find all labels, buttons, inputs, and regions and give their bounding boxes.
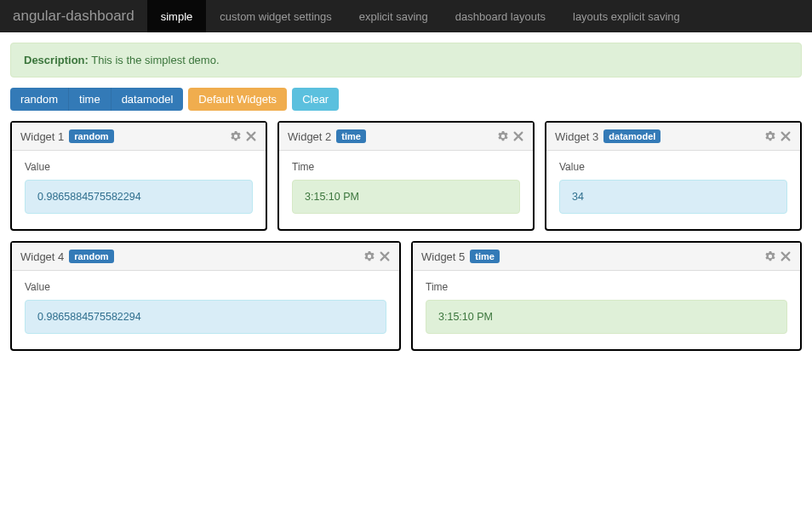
button-row: random time datamodel Default Widgets Cl… [10,88,802,111]
description-alert: Description: This is the simplest demo. [10,43,802,78]
value-box: 3:15:10 PM [426,300,787,334]
widget-title: Widget 3 [555,130,598,143]
field-label: Time [292,161,520,173]
widget-icons [764,250,792,262]
nav-item-custom-widget-settings[interactable]: custom widget settings [206,0,346,32]
widget-badge: time [336,129,366,143]
widget-title: Widget 1 [20,130,64,143]
widget-badge: datamodel [603,129,660,143]
widget-header: Widget 3 datamodel [546,123,800,151]
gear-icon[interactable] [764,250,776,262]
widget-header: Widget 1 random [12,123,266,151]
field-label: Value [25,281,386,293]
widget-icons [363,250,391,262]
widget-body: Value 0.9865884575582294 [12,271,399,349]
widget-header: Widget 2 time [279,123,533,151]
widget-icons [230,130,257,142]
nav-item-explicit-saving[interactable]: explicit saving [346,0,442,32]
random-button[interactable]: random [10,88,69,111]
value-box: 34 [559,180,787,214]
time-button[interactable]: time [69,88,112,111]
widget-title-group: Widget 2 time [288,129,366,143]
gear-icon[interactable] [230,130,242,142]
close-icon[interactable] [512,130,524,142]
widget-header: Widget 4 random [12,243,399,271]
close-icon[interactable] [245,130,257,142]
close-icon[interactable] [780,250,792,262]
widget-body: Time 3:15:10 PM [279,151,533,229]
default-widgets-button[interactable]: Default Widgets [188,88,287,111]
close-icon[interactable] [379,250,391,262]
widget-title-group: Widget 1 random [20,129,114,143]
widget-title-group: Widget 4 random [20,250,114,263]
gear-icon[interactable] [363,250,375,262]
widgets-row-2: Widget 4 random Value 0.9865884575582294… [10,241,802,351]
widget-body: Time 3:15:10 PM [413,271,800,349]
widget-title-group: Widget 3 datamodel [555,129,660,143]
widget-body: Value 34 [546,151,800,229]
widget-3: Widget 3 datamodel Value 34 [545,121,802,231]
widget-body: Value 0.9865884575582294 [12,151,266,229]
main-container: Description: This is the simplest demo. … [0,32,812,371]
widget-5: Widget 5 time Time 3:15:10 PM [411,241,802,351]
widget-title-group: Widget 5 time [421,250,500,263]
datamodel-button[interactable]: datamodel [112,88,184,111]
widget-title: Widget 5 [421,250,465,263]
widget-header: Widget 5 time [413,243,800,271]
widget-badge: random [69,250,113,263]
widget-4: Widget 4 random Value 0.9865884575582294 [10,241,401,351]
field-label: Value [25,161,253,173]
widget-icons [764,130,792,142]
widget-2: Widget 2 time Time 3:15:10 PM [277,121,535,231]
widgets-row-1: Widget 1 random Value 0.9865884575582294… [10,121,802,231]
add-widget-button-group: random time datamodel [10,88,183,111]
nav-item-layouts-explicit-saving[interactable]: layouts explicit saving [559,0,694,32]
navbar: angular-dashboard simple custom widget s… [0,0,812,32]
gear-icon[interactable] [497,130,509,142]
nav-item-simple[interactable]: simple [147,0,207,32]
widget-1: Widget 1 random Value 0.9865884575582294 [10,121,267,231]
widget-icons [497,130,524,142]
clear-button[interactable]: Clear [292,88,339,111]
description-text: This is the simplest demo. [91,54,219,66]
value-box: 3:15:10 PM [292,180,520,214]
widget-title: Widget 4 [20,250,64,263]
value-box: 0.9865884575582294 [25,300,386,334]
widget-badge: time [470,250,500,263]
field-label: Value [559,161,787,173]
widget-title: Widget 2 [288,130,331,143]
navbar-brand[interactable]: angular-dashboard [0,0,147,32]
description-label: Description: [24,54,89,66]
widget-badge: random [69,129,113,143]
value-box: 0.9865884575582294 [25,180,253,214]
field-label: Time [426,281,787,293]
close-icon[interactable] [780,130,792,142]
nav-item-dashboard-layouts[interactable]: dashboard layouts [442,0,559,32]
gear-icon[interactable] [764,130,776,142]
